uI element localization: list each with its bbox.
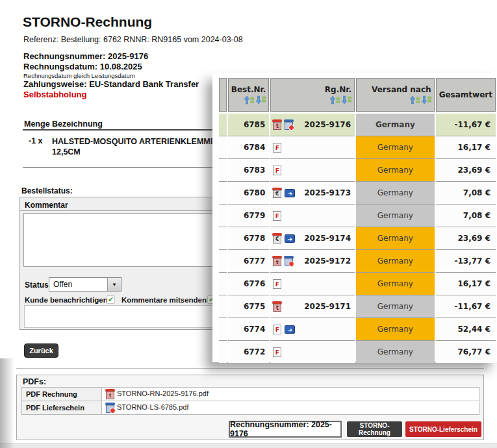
total-value: 16,17 € (436, 272, 496, 295)
pdf-f-icon[interactable] (273, 347, 281, 357)
order-number[interactable]: 6785 (228, 112, 270, 136)
column-header-versand-nach: Versand nach (356, 78, 435, 112)
invoice-number-box: Rechnungsnummer: 2025-9176 (229, 421, 342, 438)
order-row[interactable]: 6780 2025-9173 Germany 7,08 € (219, 181, 496, 204)
shipping-icon[interactable] (285, 234, 295, 243)
orders-table: Best.Nr. Rg.Nr. (218, 78, 497, 363)
order-number[interactable]: 6776 (228, 272, 270, 295)
pdf-f-icon[interactable] (273, 166, 281, 175)
order-row[interactable]: 6784 Germany 16,17 € (219, 136, 496, 158)
total-value: 23,69 € (436, 227, 496, 249)
ship-country: Germany (356, 340, 435, 363)
invoice-pen-icon[interactable] (273, 234, 281, 243)
storno-delivery-button[interactable]: STORNO-Lieferschein (405, 421, 481, 437)
order-row[interactable]: 6783 Germany 23,69 € (219, 158, 496, 181)
shipping-icon[interactable] (285, 189, 295, 197)
order-number[interactable]: 6774 (228, 317, 270, 340)
pdf-f-icon[interactable] (273, 143, 281, 153)
orders-overlay-panel: Best.Nr. Rg.Nr. (212, 73, 497, 362)
chevron-down-icon[interactable]: ▼ (107, 278, 121, 291)
row-marker-cell (219, 158, 227, 181)
total-value: 23,69 € (436, 158, 496, 181)
order-row[interactable]: 6772 Germany 76,77 € (219, 340, 496, 363)
pdf-link[interactable]: STORNO-RN-2025-9176.pdf (117, 390, 209, 397)
order-number[interactable]: 6780 (228, 181, 270, 204)
pdfs-table-body: PDF Rechnung STORNO-RN-2025-9176.pdf PDF… (22, 388, 479, 415)
order-row[interactable]: 6779 Germany 7,08 € (219, 204, 496, 227)
pdf-f-icon[interactable] (273, 325, 281, 334)
total-value: 52,44 € (436, 317, 496, 340)
order-row[interactable]: 6776 Germany 16,17 € (219, 272, 496, 295)
invoice-date-line: Rechnungsdatum: 10.08.2025 (23, 62, 142, 71)
order-row[interactable]: 6777 2025-9172 Germany -13,77 € (219, 249, 496, 272)
invoice-storno-icon (106, 390, 114, 399)
sort-desc-icon (256, 96, 266, 104)
status-select-value: Offen (49, 280, 107, 289)
delivery-storno-icon[interactable] (285, 256, 293, 266)
pdf-type-label: PDF Rechnung (22, 388, 102, 401)
ship-country: Germany (356, 112, 435, 136)
notify-customer-checkbox[interactable]: ✔ (107, 295, 115, 304)
sort-asc-icon (244, 96, 254, 104)
order-row[interactable]: 6778 2025-9174 Germany 23,69 € (219, 227, 496, 249)
storno-invoice-button[interactable]: STORNO-Rechnung (347, 421, 402, 437)
pdf-link[interactable]: STORNO-LS-6785.pdf (117, 403, 188, 411)
order-number[interactable]: 6783 (228, 158, 270, 181)
total-value: 76,77 € (436, 340, 496, 363)
pdf-row: PDF Rechnung STORNO-RN-2025-9176.pdf (22, 388, 479, 401)
order-status-title: Bestellstatus: (21, 186, 73, 195)
column-header-best-nr: Best.Nr. (228, 78, 270, 112)
ship-country: Germany (356, 317, 435, 340)
page-title: STORNO-Rechnung (23, 14, 152, 30)
invoice-number: 2025-9176 (304, 120, 352, 129)
row-marker-cell (219, 317, 227, 340)
items-qty-header: Menge (24, 119, 50, 129)
shipping-icon[interactable] (285, 325, 295, 334)
comment-label: Kommentar (25, 201, 68, 210)
order-number[interactable]: 6772 (228, 340, 270, 363)
sort-asc-icon (410, 96, 420, 104)
order-row[interactable]: 6785 2025-9176 Germany -11,67 € (219, 112, 496, 136)
pdf-f-icon[interactable] (273, 279, 281, 289)
orders-header-row: Best.Nr. Rg.Nr. (219, 78, 496, 112)
sort-icons[interactable] (329, 95, 351, 105)
order-number[interactable]: 6779 (228, 204, 270, 227)
notify-customer-label: Kunde benachrichtigen: (25, 296, 110, 304)
order-row[interactable]: 6774 Germany 52,44 € (219, 317, 496, 340)
invoice-number: 2025-9171 (304, 302, 352, 311)
invoice-storno-icon[interactable] (273, 302, 281, 312)
order-number[interactable]: 6778 (228, 227, 270, 249)
invoice-storno-icon[interactable] (273, 256, 281, 266)
storno-invoice-page: STORNO-Rechnung Referenz: Bestellung: 67… (0, 0, 497, 448)
invoice-number: 2025-9173 (304, 188, 352, 197)
ship-country: Germany (356, 295, 435, 317)
item-qty: -1 x (29, 136, 43, 145)
total-value: 7,08 € (436, 204, 496, 227)
row-marker-cell (219, 272, 227, 295)
pdf-f-icon[interactable] (273, 211, 281, 221)
invoice-storno-icon[interactable] (273, 120, 281, 130)
ship-country: Germany (356, 272, 435, 295)
divider (16, 368, 484, 369)
status-select[interactable]: Offen ▼ (49, 277, 121, 292)
delivery-storno-icon[interactable] (285, 120, 293, 130)
pdfs-table: PDF Rechnung STORNO-RN-2025-9176.pdf PDF… (21, 387, 479, 415)
order-number[interactable]: 6777 (228, 249, 270, 272)
invoice-number: 2025-9174 (304, 234, 352, 243)
ship-country: Germany (356, 249, 435, 272)
back-button[interactable]: Zurück (24, 343, 58, 358)
footer-strip (0, 444, 497, 448)
order-number[interactable]: 6784 (228, 136, 270, 158)
total-value: 7,08 € (436, 181, 496, 204)
sort-icons[interactable] (409, 95, 431, 105)
order-row[interactable]: 6775 2025-9171 Germany -11,67 € (219, 295, 496, 317)
row-marker-cell (219, 181, 227, 204)
pdf-row: PDF Lieferschein STORNO-LS-6785.pdf (22, 401, 479, 415)
pdfs-title: PDFs: (23, 377, 46, 386)
invoice-number-line: Rechnungsnummer: 2025-9176 (23, 51, 148, 61)
orders-table-body: 6785 2025-9176 Germany -11,67 € 6784 Ger… (219, 112, 496, 363)
invoice-pen-icon[interactable] (273, 188, 281, 198)
order-number[interactable]: 6775 (228, 295, 270, 317)
sort-icons[interactable] (244, 95, 266, 105)
invoice-number: 2025-9172 (304, 256, 352, 266)
